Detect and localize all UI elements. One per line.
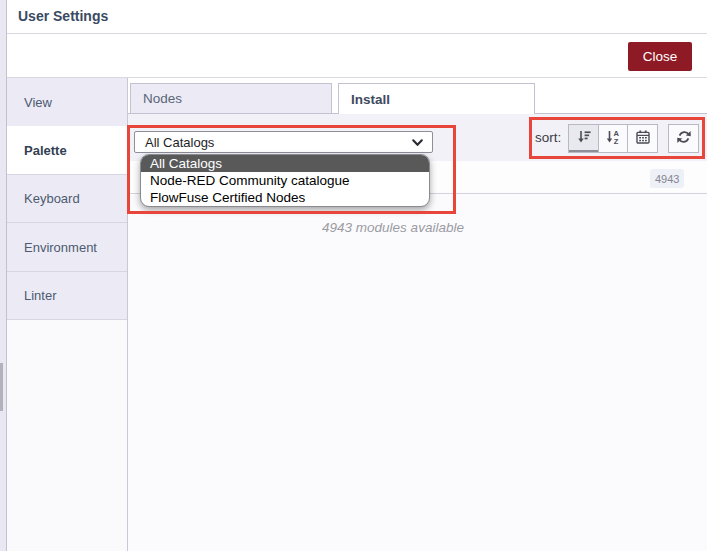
sidebar-item-label: Palette: [24, 143, 67, 158]
sidebar-item-view[interactable]: View: [7, 78, 127, 127]
sidebar-item-label: Keyboard: [24, 191, 80, 206]
dialog-headerbar: [7, 34, 707, 78]
sort-alpha-icon: A Z: [605, 129, 621, 148]
sort-date-button[interactable]: [627, 124, 658, 153]
tab-nodes[interactable]: Nodes: [130, 83, 332, 114]
refresh-icon: [676, 129, 692, 148]
sort-alpha-button[interactable]: A Z: [598, 124, 628, 153]
page-title: User Settings: [18, 8, 108, 24]
dialog-titlebar: User Settings: [7, 0, 707, 34]
sort-amount-button[interactable]: [568, 124, 599, 153]
close-button[interactable]: Close: [628, 42, 692, 71]
calendar-icon: [635, 129, 651, 148]
catalog-option-nodered-community[interactable]: Node-RED Community catalogue: [141, 172, 429, 189]
catalog-option-flowfuse-certified[interactable]: FlowFuse Certified Nodes: [141, 189, 429, 206]
catalog-select[interactable]: All Catalogs: [134, 131, 433, 153]
catalog-option-all-catalogs[interactable]: All Catalogs: [141, 155, 429, 172]
tab-label: Install: [351, 92, 390, 107]
sidebar-item-label: Environment: [24, 240, 97, 255]
module-count-badge: 4943: [650, 169, 684, 188]
sidebar-item-keyboard[interactable]: Keyboard: [7, 175, 127, 223]
sort-amount-icon: [576, 129, 592, 148]
catalog-select-value: All Catalogs: [145, 135, 214, 150]
sidebar-item-palette[interactable]: Palette: [7, 126, 128, 175]
sidebar-item-environment[interactable]: Environment: [7, 223, 127, 272]
modules-available-text: 4943 modules available: [128, 220, 658, 235]
module-list-area: [128, 194, 707, 551]
sidebar-item-linter[interactable]: Linter: [7, 272, 127, 320]
tab-install[interactable]: Install: [338, 83, 535, 114]
chevron-down-icon: [410, 135, 425, 153]
tab-label: Nodes: [143, 91, 182, 106]
sidebar-item-label: View: [24, 95, 52, 110]
refresh-button[interactable]: [668, 124, 699, 153]
svg-text:Z: Z: [614, 137, 619, 145]
left-scrollbar[interactable]: [0, 363, 3, 411]
sort-label: sort:: [535, 130, 561, 145]
catalog-dropdown-popup: All Catalogs Node-RED Community catalogu…: [140, 154, 430, 207]
page-left-strip: [0, 0, 7, 551]
sidebar-item-label: Linter: [24, 288, 57, 303]
user-settings-dialog: User Settings Close View Palette Keyboar…: [0, 0, 707, 551]
